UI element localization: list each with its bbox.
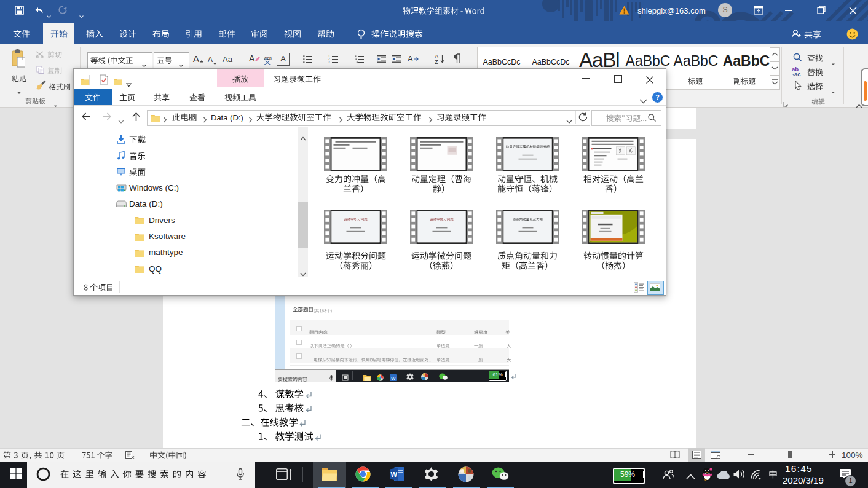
svg-text:A: A xyxy=(249,53,255,63)
svg-text:W: W xyxy=(391,376,396,381)
svg-text:W: W xyxy=(391,471,398,478)
svg-text:A: A xyxy=(408,54,413,63)
svg-text:ac: ac xyxy=(794,71,801,77)
svg-text:Z: Z xyxy=(435,58,438,65)
svg-text:wen: wen xyxy=(264,56,272,60)
svg-text:3: 3 xyxy=(328,61,330,64)
